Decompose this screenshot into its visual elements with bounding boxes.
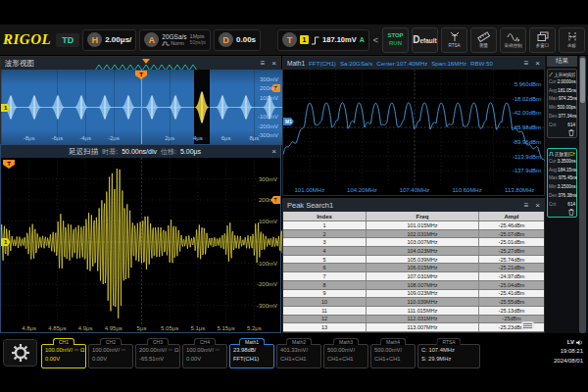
acquire-knob[interactable]: A — [144, 32, 159, 47]
touch-scroll-icon[interactable] — [521, 321, 534, 329]
measurement-row: Max:975.45ns — [549, 174, 575, 183]
pulse-width-icon — [549, 151, 554, 157]
scrollbar-thumb[interactable] — [580, 58, 585, 103]
close-icon[interactable]: × — [271, 148, 276, 156]
multi-window-button[interactable]: 多窗口 — [529, 27, 556, 53]
axis-label: 300mV — [260, 76, 278, 82]
trigger-knob[interactable]: T — [282, 32, 297, 47]
trigger-coupling: A — [360, 36, 365, 43]
measurement-card-pulse-width[interactable]: 正脉宽(CH1) Cur:3.3500nsAvg:184.15nsMax:975… — [547, 148, 577, 218]
overview-waveform — [1, 70, 282, 145]
measurement-card-rise-time[interactable]: 上升时间(CH1) Cur:2.0000nsAvg:181.05nsMax:97… — [547, 69, 577, 138]
table-row[interactable]: 6106.015MHz-25.21dBm — [283, 264, 544, 272]
table-row[interactable]: 5105.039MHz-25.74dBm — [283, 256, 544, 265]
rtsa-button[interactable]: RTSA — [441, 27, 467, 53]
coupling-icon: ⎓ — [216, 347, 220, 353]
math1-label: Math1 — [287, 60, 305, 67]
table-row[interactable]: 7107.031MHz-24.97dBm — [283, 272, 544, 281]
measurement-row: Min:500.00ps — [549, 104, 575, 113]
channel-offset: 0.00V — [92, 355, 129, 364]
overview-strip[interactable] — [95, 59, 197, 69]
table-row[interactable]: 2102.031MHz-25.07dBm — [283, 230, 544, 239]
peak-cell: -25.07dBm — [479, 230, 544, 238]
sine-arrow-icon — [507, 31, 520, 42]
measure-button[interactable]: 测量 — [470, 27, 497, 53]
channel-box-ch2[interactable]: CH2 100.00mV/ ⎓ 0.00V — [88, 344, 133, 368]
channel-box-ch4[interactable]: CH4 100.00mV/ ⎓ 0.00V — [182, 344, 227, 368]
trigger-mode-chip[interactable]: TD — [56, 33, 79, 47]
delete-icon[interactable] — [568, 209, 574, 216]
trigger-position-icon — [142, 59, 150, 64]
waveform-overview-plot[interactable] — [1, 70, 282, 145]
table-row[interactable]: 11111.015MHz-25.13dBm — [283, 307, 544, 316]
close-icon[interactable]: × — [535, 60, 540, 68]
toolbar-scroll-left-icon[interactable]: < — [372, 35, 379, 45]
peak-cell: 4 — [283, 247, 367, 255]
channel-offset: 0.00V — [45, 355, 82, 364]
waveform-view-panel[interactable]: 波形视图 ≡ × T 1 T 300mV200mV100mV-100mV-200… — [0, 56, 281, 144]
offset-value: 5.00μs — [180, 148, 201, 155]
acquire-cluster[interactable]: A 20GSa/s Norm 1Mpts 50ps/pt — [139, 29, 211, 51]
sample-rate: 20GSa/s — [162, 33, 186, 40]
rtsa-box[interactable]: RTSA C: 107.4MHz S: 29.9MHz — [417, 344, 480, 368]
math-box-math4[interactable]: Math4 500.00mV/ CH1+CH1 — [370, 344, 416, 368]
axis-label: -18.02dBm — [513, 96, 541, 102]
axis-label: 6μs — [213, 135, 240, 141]
delayed-sweep-header: 延迟扫描 时基: 50.00ns/div 位移: 5.00μs × — [1, 145, 280, 158]
peak-search-header: Peak Search1 ≡ × — [283, 199, 544, 212]
menu-icon[interactable]: ≡ — [524, 202, 529, 210]
channel-box-ch3[interactable]: CH3 200.00mV/ ⎓ Ω -65.51mV — [135, 344, 180, 368]
menu-icon[interactable]: ≡ — [261, 60, 266, 68]
cursor-button[interactable]: 光标 — [559, 27, 585, 53]
measurement-row: Min:3.1500ns — [549, 183, 575, 192]
table-row[interactable]: 4104.023MHz-25.27dBm — [283, 247, 544, 256]
rising-edge-icon — [312, 35, 319, 45]
channel-scale: 100.00mV/ ⎓ — [92, 346, 129, 355]
table-row[interactable]: 13113.007MHz-25.23dBm — [283, 323, 544, 332]
default-button[interactable]: Default — [412, 27, 438, 53]
settings-button[interactable] — [3, 339, 37, 367]
peak-cell: -25.41dBm — [479, 290, 544, 298]
panel-title: 延迟扫描 — [69, 147, 98, 157]
math-box-math3[interactable]: Math3 500.00mV/ CH1+CH1 — [323, 344, 368, 368]
peak-cell: 5 — [283, 256, 367, 264]
axis-label: -65.98dBm — [513, 124, 541, 130]
sidebar-scrollbar[interactable] — [579, 56, 586, 333]
peak-cell: 12 — [283, 316, 367, 323]
delay-cluster[interactable]: D 0.00s — [214, 29, 261, 51]
math-scale: 500.00mV/ — [327, 346, 365, 355]
top-toolbar: RIGOL TD H 2.00μs/ A 20GSa/s Norm 1Mpts … — [0, 24, 588, 55]
acquisition-control-button[interactable]: 采样控制 — [500, 27, 526, 53]
delay-knob[interactable]: D — [219, 32, 233, 47]
table-row[interactable]: 10110.039MHz-25.55dBm — [283, 298, 544, 307]
axis-label: 113.80MHz — [502, 187, 537, 193]
fft-spectrum-panel[interactable]: Math1 FFT(CH1) Sa:20GSa/s Center:107.40M… — [282, 56, 545, 196]
math-box-math2[interactable]: Math2 401.33mV/ CH1+CH1 — [276, 344, 321, 368]
channel-box-ch1[interactable]: CH1 100.00mV/ ⎓ Ω 0.00V — [41, 344, 86, 368]
clock-box[interactable]: LV 19:08:21 2024/08/01 — [532, 337, 586, 368]
table-row[interactable]: 8108.007MHz-25.04dBm — [283, 281, 544, 290]
peak-cell: 104.023MHz — [367, 247, 479, 255]
delayed-sweep-panel[interactable]: 延迟扫描 时基: 50.00ns/div 位移: 5.00μs × T 1 T … — [0, 144, 281, 333]
peak-cell: 107.031MHz — [367, 272, 479, 280]
gear-icon — [11, 343, 30, 363]
table-row[interactable]: 12112.031MHz-25dBm — [283, 316, 544, 324]
axis-label: 8μs — [240, 135, 268, 141]
table-row[interactable]: 1101.015MHz-25.46dBm — [283, 221, 544, 230]
horizontal-knob[interactable]: H — [87, 32, 102, 47]
menu-icon[interactable]: ≡ — [524, 60, 529, 68]
delete-icon[interactable] — [568, 129, 574, 136]
close-icon[interactable]: × — [535, 202, 540, 210]
fft-header: Math1 FFT(CH1) Sa:20GSa/s Center:107.40M… — [283, 57, 544, 70]
table-row[interactable]: 3103.007MHz-25.01dBm — [283, 238, 544, 247]
run-stop-button[interactable]: STOP RUN — [382, 27, 409, 53]
trigger-cluster[interactable]: T 1 187.10mV A — [277, 29, 369, 51]
horizontal-cluster[interactable]: H 2.00μs/ — [82, 29, 136, 51]
close-icon[interactable]: × — [271, 60, 276, 68]
axis-label: 4.8μs — [16, 325, 43, 331]
peak-search-panel[interactable]: Peak Search1 ≡ × IndexFreqAmpl1101.015MH… — [282, 198, 545, 333]
math-box-math1[interactable]: Math1 23.98dB/ FFT(CH1) — [229, 344, 274, 368]
table-row[interactable]: 9109.023MHz-25.41dBm — [283, 290, 544, 299]
measurement-row: Cur:2.0000ns — [549, 78, 575, 87]
axis-label: 200mV — [259, 197, 277, 203]
